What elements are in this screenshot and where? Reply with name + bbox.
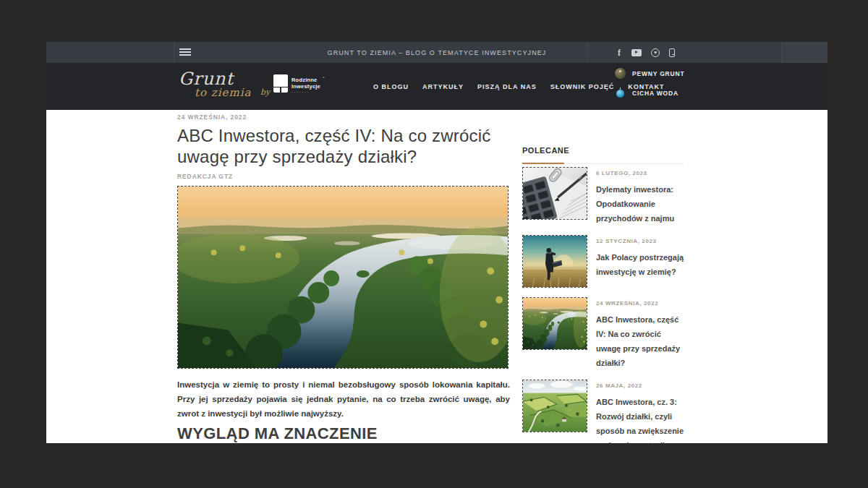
article-section-heading: WYGLĄD MA ZNACZENIE (177, 424, 510, 442)
social-links (616, 42, 675, 63)
registered-mark: ° (323, 75, 325, 82)
partner-logo-icon (273, 74, 288, 93)
nav-item-pisza-dla-nas[interactable]: PISZĄ DLA NAS (477, 83, 537, 90)
related-article[interactable]: 12 STYCZNIA, 2023 Jak Polacy postrzegają… (522, 235, 684, 288)
mobile-phone-icon[interactable] (669, 48, 675, 57)
partner-logo-dots: ······· (292, 90, 320, 95)
nav-item-artykuly[interactable]: ARTYKUŁY (422, 83, 464, 90)
nav-item-o-blogu[interactable]: O BLOGU (373, 83, 409, 90)
related-title[interactable]: Jak Polacy postrzegają inwestycję w ziem… (596, 250, 684, 279)
partner-logo: ° Rodzinne Inwestycje ······· (273, 74, 320, 95)
article-hero-image (177, 186, 509, 369)
related-article[interactable]: 24 WRZEŚNIA, 2022 ABC Inwestora, część I… (522, 297, 684, 370)
browser-page: GRUNT TO ZIEMIA – BLOG O TEMATYCE INWEST… (46, 42, 827, 443)
thumbnail-observer-in-field (522, 235, 587, 288)
related-date: 12 STYCZNIA, 2023 (596, 238, 684, 245)
thumbnail-aerial-forest-river (522, 297, 587, 350)
sidebar-heading: POLECANE (522, 146, 684, 164)
content-area: 24 WRZEŚNIA, 2022 ABC Inwestora, część I… (46, 110, 827, 443)
related-title[interactable]: Dylematy inwestora: Opodatkowanie przych… (596, 182, 684, 226)
related-article[interactable]: 6 LUTEGO, 2023 Dylematy inwestora: Opoda… (522, 167, 684, 226)
article-author: REDAKCJA GTZ (177, 174, 510, 180)
related-date: 24 WRZEŚNIA, 2022 (596, 300, 684, 307)
related-date: 6 LUTEGO, 2023 (596, 170, 684, 177)
related-date: 26 MAJA, 2022 (596, 382, 684, 390)
partner-logo-text: ° Rodzinne Inwestycje ······· (292, 74, 320, 95)
thumbnail-green-countryside (522, 380, 587, 432)
thumbnail-calculator-pen (522, 167, 587, 220)
logo-text-by: by (260, 87, 270, 97)
related-title[interactable]: ABC Inwestora, cz. 3: Rozwój działki, cz… (596, 395, 684, 443)
article-title: ABC Inwestora, część IV: Na co zwrócić u… (177, 125, 510, 167)
article-date: 24 WRZEŚNIA, 2022 (177, 114, 510, 121)
top-utility-bar: GRUNT TO ZIEMIA – BLOG O TEMATYCE INWEST… (46, 42, 827, 63)
recommended-list: 6 LUTEGO, 2023 Dylematy inwestora: Opoda… (522, 167, 684, 443)
facebook-icon[interactable] (616, 48, 622, 57)
article-main: 24 WRZEŚNIA, 2022 ABC Inwestora, część I… (177, 110, 510, 442)
topbar-title: GRUNT TO ZIEMIA – BLOG O TEMATYCE INWEST… (46, 42, 827, 63)
quick-links: PEWNY GRUNT CICHA WODA (615, 68, 684, 98)
article-lead-paragraph: Inwestycja w ziemię to prosty i niemal b… (177, 377, 510, 421)
earth-globe-icon (615, 68, 626, 79)
related-article[interactable]: 26 MAJA, 2022 ABC Inwestora, cz. 3: Rozw… (522, 380, 684, 443)
site-header: Grunt to ziemia by ° Rodzinne Inwestycje… (46, 63, 827, 110)
logo-text-to-ziemia: to ziemia (195, 86, 251, 99)
site-logo[interactable]: Grunt to ziemia by ° Rodzinne Inwestycje… (179, 67, 334, 105)
related-title[interactable]: ABC Inwestora, część IV: Na co zwrócić u… (596, 312, 684, 370)
youtube-icon[interactable] (631, 49, 642, 56)
quick-link-cicha-woda[interactable]: CICHA WODA (615, 87, 684, 98)
heart-circle-icon[interactable] (651, 48, 660, 57)
water-drop-icon (615, 87, 626, 98)
quick-link-pewny-grunt[interactable]: PEWNY GRUNT (615, 68, 684, 79)
desktop-background: GRUNT TO ZIEMIA – BLOG O TEMATYCE INWEST… (0, 0, 868, 488)
nav-item-slownik-pojec[interactable]: SŁOWNIK POJĘĆ (550, 83, 615, 90)
recommended-sidebar: POLECANE (522, 110, 684, 443)
